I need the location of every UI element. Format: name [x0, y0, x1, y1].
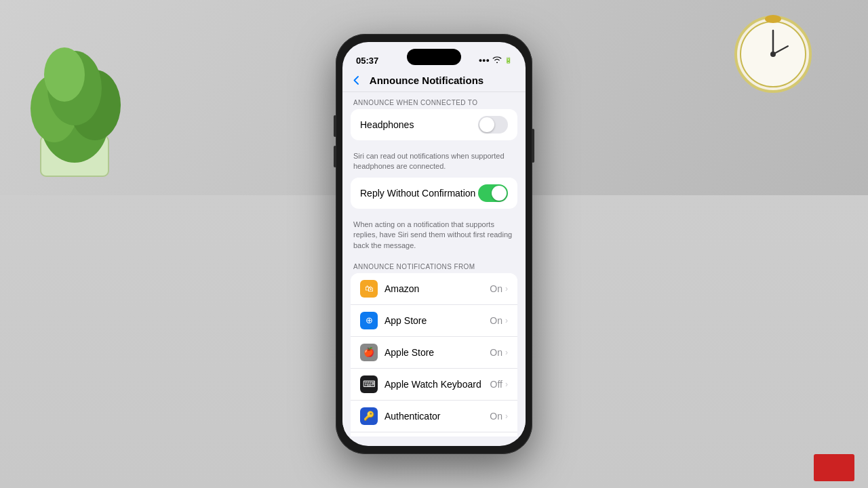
- app-label-amazon: Amazon: [384, 283, 490, 294]
- headphones-group: Headphones: [351, 109, 517, 140]
- page-title: Announce Notifications: [359, 75, 494, 86]
- app-label-apple-store: Apple Store: [384, 347, 490, 358]
- reply-group: Reply Without Confirmation: [351, 178, 517, 209]
- clock-decoration: [732, 14, 814, 95]
- headphones-description: Siri can read out notifications when sup…: [342, 148, 526, 178]
- plant-decoration: [0, 0, 163, 190]
- headphones-label: Headphones: [360, 119, 478, 130]
- reply-description: When acting on a notification that suppo…: [342, 217, 526, 256]
- reply-toggle-knob: [492, 186, 507, 201]
- app-label-app-store: App Store: [384, 315, 490, 326]
- app-value-apple-store: On: [490, 347, 502, 358]
- cellular-icon: ●●●: [479, 57, 490, 64]
- app-icon-app-store: ⊕: [360, 312, 378, 329]
- volume-up-button: [334, 115, 336, 137]
- reply-label: Reply Without Confirmation: [360, 188, 478, 199]
- app-chevron-apple-store: ›: [505, 348, 508, 357]
- settings-content: ANNOUNCE WHEN CONNECTED TO Headphones Si…: [342, 92, 526, 436]
- reply-row[interactable]: Reply Without Confirmation: [351, 178, 517, 209]
- battery-icon: 🔋: [505, 57, 512, 64]
- back-button[interactable]: [353, 76, 359, 85]
- volume-down-button: [334, 146, 336, 167]
- app-value-apple-watch-keyboard: Off: [490, 379, 502, 390]
- app-row-blackvue[interactable]: ◉ BlackVue Off ›: [351, 432, 517, 436]
- app-list-group: 🛍 Amazon On › ⊕ App Store On › 🍎 Apple S…: [351, 273, 517, 436]
- reply-toggle[interactable]: [478, 184, 508, 202]
- status-icons: ●●● 🔋: [479, 56, 512, 64]
- app-label-apple-watch-keyboard: Apple Watch Keyboard: [384, 379, 490, 390]
- app-chevron-app-store: ›: [505, 316, 508, 325]
- navigation-bar: Announce Notifications: [342, 72, 526, 92]
- app-value-amazon: On: [490, 283, 502, 294]
- svg-point-5: [44, 47, 85, 102]
- app-value-app-store: On: [490, 315, 502, 326]
- app-chevron-authenticator: ›: [505, 411, 508, 421]
- phone-outer-frame: 05:37 ●●● 🔋: [336, 34, 532, 454]
- app-icon-apple-store: 🍎: [360, 344, 378, 361]
- phone-device: 05:37 ●●● 🔋: [336, 34, 532, 454]
- app-icon-authenticator: 🔑: [360, 407, 378, 425]
- headphones-row[interactable]: Headphones: [351, 109, 517, 140]
- app-chevron-apple-watch-keyboard: ›: [505, 380, 508, 389]
- app-value-authenticator: On: [490, 411, 502, 422]
- app-row-apple-watch-keyboard[interactable]: ⌨ Apple Watch Keyboard Off ›: [351, 369, 517, 401]
- headphones-toggle-knob: [479, 117, 494, 132]
- app-row-app-store[interactable]: ⊕ App Store On ›: [351, 305, 517, 337]
- wifi-icon: [492, 56, 502, 64]
- headphones-toggle[interactable]: [478, 116, 508, 134]
- corner-decoration: [814, 454, 854, 481]
- app-row-amazon[interactable]: 🛍 Amazon On ›: [351, 273, 517, 305]
- app-row-apple-store[interactable]: 🍎 Apple Store On ›: [351, 337, 517, 369]
- app-icon-amazon: 🛍: [360, 280, 378, 298]
- svg-point-11: [765, 15, 781, 23]
- section-header-connected: ANNOUNCE WHEN CONNECTED TO: [342, 92, 526, 109]
- status-time: 05:37: [356, 56, 378, 66]
- side-button: [532, 129, 534, 163]
- dynamic-island: [407, 49, 461, 65]
- section-header-from: ANNOUNCE NOTIFICATIONS FROM: [342, 256, 526, 273]
- app-chevron-amazon: ›: [505, 284, 508, 293]
- phone-screen: 05:37 ●●● 🔋: [342, 42, 526, 446]
- app-icon-apple-watch-keyboard: ⌨: [360, 375, 378, 393]
- app-row-authenticator[interactable]: 🔑 Authenticator On ›: [351, 401, 517, 432]
- app-label-authenticator: Authenticator: [384, 411, 490, 422]
